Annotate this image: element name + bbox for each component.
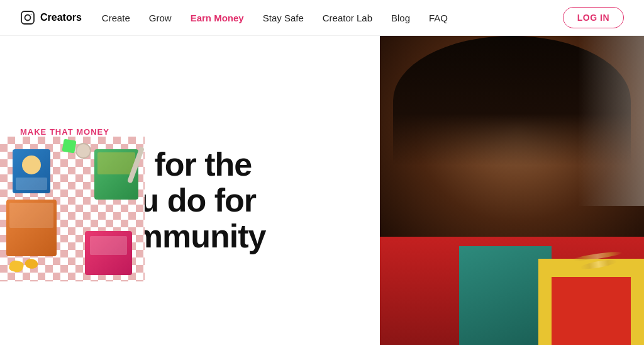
- flatlay-product-1: [13, 149, 50, 193]
- portrait-outfit-red2: [552, 277, 631, 345]
- nav-item-grow[interactable]: Grow: [142, 9, 179, 27]
- header-left: Creators Create Grow Earn Money Stay Saf…: [20, 9, 455, 27]
- login-button[interactable]: LOG IN: [563, 7, 624, 28]
- nav-item-create[interactable]: Create: [94, 9, 138, 27]
- portrait-outfit-teal: [459, 246, 552, 345]
- portrait-bg-light: [578, 36, 644, 206]
- flatlay-product-4: [85, 231, 132, 275]
- header-right: LOG IN: [563, 7, 624, 28]
- nav-item-stay-safe[interactable]: Stay Safe: [255, 9, 311, 27]
- nav-item-creator-lab[interactable]: Creator Lab: [315, 9, 380, 27]
- main-nav: Create Grow Earn Money Stay Safe Creator…: [94, 9, 455, 27]
- site-header: Creators Create Grow Earn Money Stay Saf…: [0, 0, 644, 36]
- hero-section: MAKE THAT MONEY Get paid for thework you…: [0, 36, 644, 345]
- nav-item-blog[interactable]: Blog: [384, 9, 418, 27]
- flatlay-accent: [62, 139, 76, 153]
- nav-item-earn-money[interactable]: Earn Money: [183, 9, 252, 27]
- instagram-icon: [20, 10, 35, 25]
- logo-text: Creators: [40, 12, 82, 23]
- nav-item-faq[interactable]: FAQ: [421, 9, 455, 27]
- svg-point-1: [25, 15, 31, 21]
- hero-eyebrow: MAKE THAT MONEY: [20, 127, 266, 136]
- svg-rect-0: [21, 11, 34, 24]
- logo[interactable]: Creators: [20, 10, 82, 25]
- flatlay-plate: [75, 143, 91, 159]
- hero-flatlay-image: [0, 137, 145, 281]
- flatlay-product-2: [6, 200, 57, 256]
- svg-point-2: [31, 14, 32, 15]
- hero-portrait-image: [380, 36, 644, 345]
